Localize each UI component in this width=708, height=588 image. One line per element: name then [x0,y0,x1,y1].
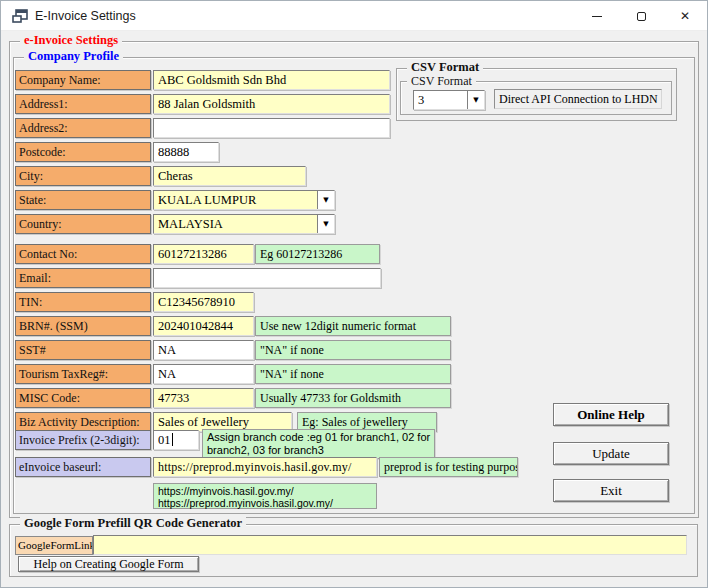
csv-format-inner-label: CSV Format [407,74,476,89]
state-dropdown-button[interactable]: ▼ [317,191,334,209]
maximize-icon [637,12,646,21]
country-value: MALAYSIA [158,217,223,231]
postcode-input[interactable]: 88888 [153,142,219,162]
tin-input[interactable]: C12345678910 [153,292,254,312]
country-select[interactable]: MALAYSIA ▼ [153,214,335,234]
title-bar: E-Invoice Settings ✕ [1,1,707,31]
misc-code-input[interactable]: 47733 [153,388,254,408]
company-name-label: Company Name: [15,70,151,90]
address2-label: Address2: [15,118,151,138]
csv-format-description: Direct API Connection to LHDN [494,89,662,109]
csv-format-value: 3 [418,93,424,107]
csv-format-select[interactable]: 3 ▼ [413,90,485,110]
chevron-down-icon: ▼ [473,91,478,109]
contact-no-input[interactable]: 60127213286 [153,244,254,264]
biz-activity-label: Biz Activity Description: [15,412,151,432]
einvoice-baseurl-input[interactable]: https://preprod.myinvois.hasil.gov.my/ [153,457,377,477]
window-title: E-Invoice Settings [35,1,136,31]
app-form-icon [12,9,28,23]
state-label: State: [15,190,151,210]
chevron-down-icon: ▼ [323,215,328,233]
close-icon: ✕ [680,10,690,22]
baseurl-example-production: https://myinvois.hasil.gov.my/ [158,485,376,497]
state-value: KUALA LUMPUR [158,193,256,207]
window-controls: ✕ [575,1,707,31]
state-select[interactable]: KUALA LUMPUR ▼ [153,190,335,210]
address1-label: Address1: [15,94,151,114]
einvoice-settings-group-label: e-Invoice Settings [20,33,122,48]
country-label: Country: [15,214,151,234]
minimize-icon [592,16,602,17]
country-dropdown-button[interactable]: ▼ [317,215,334,233]
company-profile-group-label: Company Profile [24,49,123,64]
invoice-prefix-hint: Assign branch code :eg 01 for branch1, 0… [202,429,435,459]
maximize-button[interactable] [619,1,663,31]
address2-input[interactable] [153,118,390,138]
misc-code-label: MISC Code: [15,388,151,408]
csv-format-dropdown-button[interactable]: ▼ [467,91,484,109]
brn-input[interactable]: 202401042844 [153,316,254,336]
sst-hint: "NA" if none [255,340,451,360]
minimize-button[interactable] [575,1,619,31]
invoice-prefix-input[interactable]: 01 [153,430,199,450]
address1-input[interactable]: 88 Jalan Goldsmith [153,94,390,114]
brn-hint: Use new 12digit numeric format [255,316,451,336]
contact-no-hint: Eg 60127213286 [255,244,380,264]
tin-label: TIN: [15,292,151,312]
baseurl-examples: https://myinvois.hasil.gov.my/ https://p… [153,483,377,509]
sst-input[interactable]: NA [153,340,254,360]
tourism-tax-hint: "NA" if none [255,364,451,384]
chevron-down-icon: ▼ [323,191,328,209]
google-form-link-label: GoogleFormLink: [15,536,93,555]
contact-no-label: Contact No: [15,244,151,264]
tourism-tax-label: Tourism TaxReg#: [15,364,151,384]
email-label: Email: [15,268,151,288]
company-name-input[interactable]: ABC Goldsmith Sdn Bhd [153,70,390,90]
misc-code-hint: Usually 47733 for Goldsmith [255,388,451,408]
google-form-link-input[interactable] [93,535,687,555]
invoice-prefix-value: 01 [158,433,171,447]
close-button[interactable]: ✕ [663,1,707,31]
city-label: City: [15,166,151,186]
brn-label: BRN#. (SSM) [15,316,151,336]
einvoice-baseurl-label: eInvoice baseurl: [15,457,151,477]
exit-button[interactable]: Exit [553,479,669,502]
email-input[interactable] [153,268,381,288]
postcode-label: Postcode: [15,142,151,162]
update-button[interactable]: Update [553,442,669,465]
text-caret [172,433,173,446]
sst-label: SST# [15,340,151,360]
einvoice-settings-window: E-Invoice Settings ✕ e-Invoice Settings … [0,0,708,588]
baseurl-example-preprod: https://preprod.myinvois.hasil.gov.my/ [158,497,376,509]
tourism-tax-input[interactable]: NA [153,364,254,384]
invoice-prefix-label: Invoice Prefix (2-3digit): [15,430,151,450]
city-input[interactable]: Cheras [153,166,306,186]
einvoice-baseurl-hint: preprod is for testing purpose [379,457,518,477]
csv-format-group-label: CSV Format [407,60,483,75]
online-help-button[interactable]: Online Help [553,403,669,426]
google-form-group-label: Google Form Prefill QR Code Generator [20,516,246,531]
google-form-help-button[interactable]: Help on Creating Google Form [18,556,199,572]
